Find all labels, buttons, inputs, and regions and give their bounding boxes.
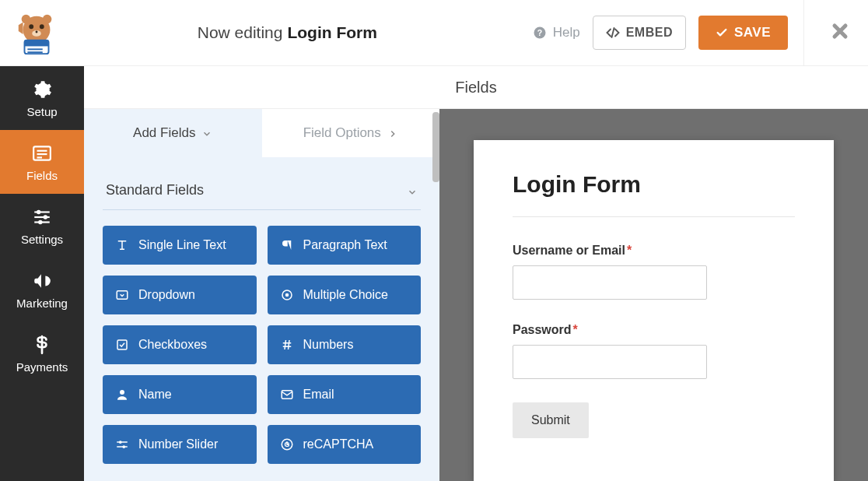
svg-text:G: G [284, 441, 289, 448]
svg-rect-8 [25, 40, 49, 47]
sliders-icon [31, 206, 53, 228]
field-label: Number Slider [138, 437, 218, 451]
embed-label: EMBED [626, 26, 673, 40]
sidebar-item-payments[interactable]: Payments [0, 321, 84, 385]
form-icon [31, 142, 53, 164]
svg-point-30 [119, 441, 122, 444]
field-recaptcha[interactable]: G reCAPTCHA [268, 425, 422, 464]
tab-label: Add Fields [133, 125, 195, 141]
hash-icon [280, 338, 294, 352]
svg-point-27 [120, 390, 124, 395]
chevron-down-icon [407, 185, 418, 196]
radio-icon [280, 288, 294, 302]
field-single-line-text[interactable]: Single Line Text [103, 226, 257, 265]
help-label: Help [553, 25, 580, 40]
svg-rect-23 [117, 291, 128, 300]
field-name[interactable]: Name [103, 375, 257, 414]
close-icon [831, 22, 849, 40]
field-multiple-choice[interactable]: Multiple Choice [268, 276, 422, 314]
form-field-password[interactable]: Password* [513, 323, 795, 379]
group-standard-fields[interactable]: Standard Fields [103, 179, 421, 210]
close-button[interactable] [831, 19, 849, 46]
field-label: Username or Email* [513, 244, 795, 258]
sidebar-item-label: Setup [26, 105, 57, 118]
svg-point-1 [29, 24, 33, 29]
editing-title: Now editing Login Form [64, 23, 511, 42]
svg-rect-10 [27, 51, 42, 53]
sidebar-item-setup[interactable]: Setup [0, 66, 84, 130]
field-number-slider[interactable]: Number Slider [103, 425, 257, 464]
svg-rect-9 [27, 48, 42, 50]
code-icon [606, 26, 620, 40]
field-label: Checkboxes [138, 338, 207, 352]
slider-icon [115, 437, 129, 451]
svg-point-4 [36, 31, 38, 33]
save-label: SAVE [734, 25, 771, 40]
scrollbar[interactable] [432, 112, 439, 182]
help-link[interactable]: ? Help [533, 25, 580, 40]
fields-panel: Add Fields Field Options Standard Fields [84, 109, 439, 481]
editing-prefix: Now editing [198, 23, 283, 42]
tab-add-fields[interactable]: Add Fields [84, 109, 262, 157]
field-label: Password* [513, 323, 795, 337]
field-dropdown[interactable]: Dropdown [103, 276, 257, 314]
svg-point-20 [44, 215, 47, 219]
dropdown-icon [115, 288, 129, 302]
field-label: reCAPTCHA [303, 437, 374, 451]
check-icon [716, 26, 728, 39]
svg-point-25 [285, 293, 289, 297]
divider [803, 0, 804, 66]
sidebar-item-label: Payments [16, 360, 68, 374]
form-preview: Login Form Username or Email* Password* [439, 109, 868, 481]
sidebar-item-fields[interactable]: Fields [0, 130, 84, 194]
recaptcha-icon: G [280, 437, 294, 451]
form-field-username[interactable]: Username or Email* [513, 244, 795, 300]
save-button[interactable]: SAVE [698, 16, 788, 50]
megaphone-icon [31, 270, 53, 292]
email-icon [280, 388, 294, 402]
form-name: Login Form [287, 23, 376, 42]
svg-point-32 [122, 445, 125, 448]
topbar: Now editing Login Form ? Help EMBED SAVE [0, 0, 868, 66]
svg-point-6 [43, 15, 52, 24]
sidebar-item-label: Marketing [16, 297, 68, 310]
field-label: Single Line Text [138, 238, 226, 252]
tab-label: Field Options [303, 125, 381, 141]
chevron-right-icon [387, 128, 398, 139]
tab-field-options[interactable]: Field Options [262, 109, 440, 157]
chevron-down-icon [201, 128, 212, 139]
embed-button[interactable]: EMBED [593, 16, 686, 50]
svg-rect-26 [117, 340, 127, 349]
gear-icon [31, 79, 53, 100]
sidebar-item-label: Fields [26, 169, 58, 182]
paragraph-icon [280, 238, 294, 252]
text-icon [115, 238, 129, 252]
field-label: Name [138, 388, 172, 402]
field-label: Numbers [303, 338, 354, 352]
field-numbers[interactable]: Numbers [268, 325, 422, 364]
user-icon [115, 388, 129, 402]
field-email[interactable]: Email [268, 375, 422, 414]
help-icon: ? [533, 26, 547, 40]
sidebar-item-settings[interactable]: Settings [0, 194, 84, 258]
checkbox-icon [115, 338, 129, 352]
field-label: Paragraph Text [303, 238, 387, 252]
field-checkboxes[interactable]: Checkboxes [103, 325, 257, 364]
sidebar: Setup Fields Settings Marketing Payments [0, 66, 84, 481]
sidebar-item-marketing[interactable]: Marketing [0, 258, 84, 321]
svg-text:?: ? [537, 28, 541, 37]
dollar-icon [31, 334, 53, 356]
app-logo [9, 5, 64, 60]
field-paragraph-text[interactable]: Paragraph Text [268, 226, 422, 265]
sidebar-item-label: Settings [21, 233, 63, 246]
submit-button[interactable]: Submit [513, 402, 589, 438]
divider [513, 216, 795, 217]
form-title: Login Form [513, 171, 795, 198]
password-input[interactable] [513, 345, 707, 379]
svg-point-18 [37, 209, 40, 213]
svg-point-22 [38, 219, 42, 223]
panel-title: Fields [84, 66, 868, 109]
field-label: Email [303, 388, 334, 402]
username-input[interactable] [513, 265, 707, 300]
group-title: Standard Fields [106, 182, 204, 198]
